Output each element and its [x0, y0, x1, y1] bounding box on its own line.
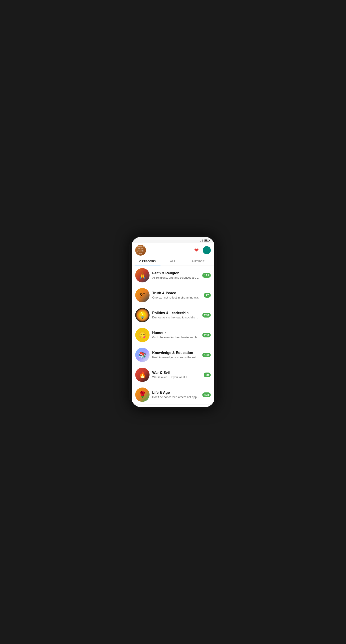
category-count-truth: 97 — [204, 293, 211, 298]
battery-indicator — [204, 239, 209, 242]
category-thumb-faith: 🙏 — [135, 268, 150, 282]
category-desc-war: War is over ... If you want it. — [152, 376, 201, 379]
tab-bar: CATEGORY ALL AUTHOR — [132, 258, 214, 266]
category-name-life: Life & Age — [152, 391, 200, 395]
category-thumb-knowledge: 📚 — [135, 348, 150, 362]
category-count-humour: 230 — [202, 333, 211, 338]
category-thumb-politics: 💡 — [135, 308, 150, 322]
category-text-faith: Faith & ReligionAll religions, arts and … — [152, 271, 200, 279]
status-bar: ✦ — [132, 237, 214, 242]
category-name-humour: Humour — [152, 331, 200, 335]
list-item[interactable]: 🙏Faith & ReligionAll religions, arts and… — [132, 266, 214, 285]
status-right-icons — [199, 239, 210, 242]
category-name-politics: Politics & Leadership — [152, 311, 200, 315]
heart-icon: ❤ — [194, 247, 199, 253]
category-desc-politics: Democracy is the road to socialism. — [152, 316, 200, 319]
list-item[interactable]: 🔥War & EvilWar is over ... If you want i… — [132, 365, 214, 385]
list-item[interactable]: 💡Politics & LeadershipDemocracy is the r… — [132, 305, 214, 325]
category-text-knowledge: Knowledge & EducationReal knowledge is t… — [152, 351, 200, 359]
usb-icon: ✦ — [137, 239, 139, 242]
favorites-button[interactable]: ❤ — [192, 246, 201, 254]
tab-category[interactable]: CATEGORY — [135, 258, 160, 265]
tab-all[interactable]: ALL — [160, 258, 186, 265]
list-item[interactable]: 🌹Life & AgeDon't be concerned others not… — [132, 385, 214, 405]
list-item[interactable]: 📚Knowledge & EducationReal knowledge is … — [132, 345, 214, 365]
category-text-politics: Politics & LeadershipDemocracy is the ro… — [152, 311, 200, 319]
category-thumb-war: 🔥 — [135, 368, 150, 382]
category-thumb-life: 🌹 — [135, 388, 150, 402]
category-count-life: 428 — [202, 392, 211, 397]
category-name-knowledge: Knowledge & Education — [152, 351, 200, 355]
category-desc-faith: All religions, arts and sciences are ... — [152, 276, 200, 279]
category-count-knowledge: 168 — [202, 353, 211, 357]
category-text-truth: Truth & PeaceOne can not reflect in stre… — [152, 291, 201, 299]
category-list: 🙏Faith & ReligionAll religions, arts and… — [132, 266, 214, 407]
category-text-war: War & EvilWar is over ... If you want it… — [152, 371, 201, 379]
category-count-politics: 238 — [202, 313, 211, 318]
tab-all-label: ALL — [170, 260, 176, 263]
category-desc-humour: Go to heaven for the climate and h... — [152, 336, 200, 339]
app-header: As soon as you trust yourself, you will … — [132, 242, 214, 256]
app-logo: As soon as you trust yourself, you will … — [135, 245, 146, 256]
category-name-war: War & Evil — [152, 371, 201, 375]
category-text-humour: HumourGo to heaven for the climate and h… — [152, 331, 200, 339]
tab-author[interactable]: AUTHOR — [186, 258, 211, 265]
category-desc-knowledge: Real knowledge is to know the ext... — [152, 356, 200, 359]
tab-author-label: AUTHOR — [192, 260, 205, 263]
info-button[interactable] — [203, 246, 211, 254]
category-text-life: Life & AgeDon't be concerned others not … — [152, 391, 200, 399]
category-desc-truth: One can not reflect in streaming wa... — [152, 296, 201, 299]
category-name-truth: Truth & Peace — [152, 291, 201, 295]
status-carrier: ✦ — [136, 239, 139, 242]
category-thumb-humour: 😋 — [135, 328, 150, 342]
phone-frame: ✦ As soon as you trust yourself, you wi — [129, 235, 217, 409]
category-thumb-truth: 🕊 — [135, 288, 150, 302]
category-count-faith: 193 — [202, 273, 211, 278]
category-desc-life: Don't be concerned others not app... — [152, 395, 200, 399]
category-name-faith: Faith & Religion — [152, 271, 200, 275]
header-icons: ❤ — [192, 246, 211, 254]
list-item[interactable]: 💀Fear & DeathFace your fears...52 — [132, 405, 214, 407]
signal-strength — [200, 239, 203, 242]
list-item[interactable]: 😋HumourGo to heaven for the climate and … — [132, 325, 214, 345]
logo-text: As soon as you trust yourself, you will … — [136, 246, 145, 255]
list-item[interactable]: 🕊Truth & PeaceOne can not reflect in str… — [132, 285, 214, 305]
tab-category-label: CATEGORY — [139, 260, 156, 263]
phone-screen: ✦ As soon as you trust yourself, you wi — [132, 237, 214, 407]
category-count-war: 80 — [204, 372, 211, 377]
